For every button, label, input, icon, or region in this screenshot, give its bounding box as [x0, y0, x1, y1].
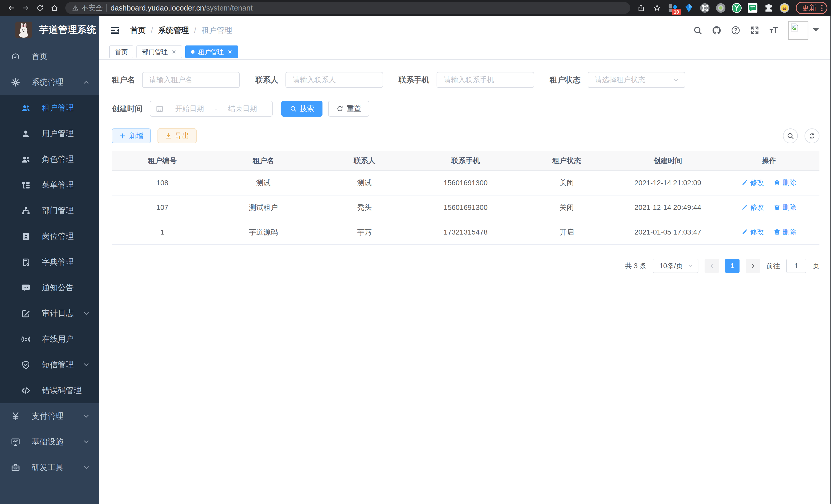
extension-puzzle[interactable]	[762, 1, 775, 14]
browser-chrome: 不安全 dashboard.yudao.iocoder.cn/system/te…	[0, 0, 831, 16]
search-icon[interactable]	[693, 25, 703, 35]
sidebar-toggle-hamburger-icon[interactable]	[109, 25, 120, 35]
app-logo-row[interactable]: 芋道管理系统	[0, 16, 99, 44]
phone-input[interactable]	[436, 72, 534, 88]
avatar[interactable]	[788, 21, 808, 40]
extension-chat[interactable]	[746, 1, 759, 14]
sidebar-item-department-management[interactable]: 部门管理	[0, 198, 99, 224]
sidebar-item-error-code-management[interactable]: 错误码管理	[0, 378, 99, 403]
sidebar-item-payment-management[interactable]: 支付管理	[0, 403, 99, 429]
user-avatar-menu[interactable]	[788, 21, 819, 40]
column-header-phone: 联系手机	[415, 151, 516, 171]
create-time-label: 创建时间	[112, 103, 143, 114]
add-button[interactable]: 新增	[112, 128, 151, 143]
chevron-down-icon	[83, 464, 90, 471]
sidebar-item-user-management[interactable]: 用户管理	[0, 121, 99, 146]
extension-emoji[interactable]	[778, 1, 791, 14]
delete-link[interactable]: 删除	[774, 178, 796, 187]
refresh-table-button[interactable]	[805, 128, 820, 143]
breadcrumb-system-management[interactable]: 系统管理	[158, 25, 189, 36]
extension-dot[interactable]	[714, 1, 727, 14]
contact-input[interactable]	[285, 72, 383, 88]
current-page-button[interactable]: 1	[725, 259, 740, 273]
pagination-total: 共 3 条	[625, 261, 647, 270]
prev-page-button[interactable]	[705, 259, 719, 273]
breadcrumb: 首页 / 系统管理 / 租户管理	[130, 25, 232, 36]
sidebar-item-role-management[interactable]: 角色管理	[0, 146, 99, 172]
export-button[interactable]: 导出	[157, 128, 197, 143]
extension-adblock[interactable]: 10	[666, 1, 680, 14]
reset-button[interactable]: 重置	[328, 101, 369, 117]
sidebar-item-dictionary-management[interactable]: 字典管理	[0, 249, 99, 275]
column-header-created: 创建时间	[617, 151, 718, 171]
sidebar-item-label: 菜单管理	[42, 180, 74, 190]
browser-update-button[interactable]: 更新	[796, 2, 827, 14]
share-button[interactable]	[634, 1, 648, 14]
sidebar-item-online-users[interactable]: 在线用户	[0, 326, 99, 352]
sidebar-item-tenant-management[interactable]: 租户管理	[0, 95, 99, 121]
sidebar-item-post-management[interactable]: 岗位管理	[0, 224, 99, 249]
help-icon[interactable]	[731, 25, 741, 35]
filter-row-1: 租户名 联系人 联系手机 租户状态 请选择租户状态	[112, 72, 820, 88]
browser-back-button[interactable]	[5, 1, 18, 14]
delete-link[interactable]: 删除	[774, 227, 796, 237]
filter-tenant-name: 租户名	[112, 72, 240, 88]
kite-ext-icon	[684, 3, 694, 13]
delete-link[interactable]: 删除	[774, 203, 796, 212]
filter-create-time: 创建时间 开始日期 - 结束日期	[112, 101, 273, 117]
close-icon[interactable]	[227, 49, 233, 55]
sidebar-item-sms-management[interactable]: 短信管理	[0, 352, 99, 378]
sidebar-item-menu-management[interactable]: 菜单管理	[0, 172, 99, 198]
sidebar-item-infrastructure[interactable]: 基础设施	[0, 429, 99, 455]
github-icon[interactable]	[712, 25, 721, 35]
status-label: 租户状态	[550, 75, 580, 85]
site-security-indicator[interactable]: 不安全	[72, 3, 103, 13]
close-icon[interactable]	[171, 49, 176, 55]
status-select[interactable]: 请选择租户状态	[588, 72, 685, 88]
status-select-placeholder: 请选择租户状态	[595, 75, 645, 85]
sidebar-item-devtools[interactable]: 研发工具	[0, 455, 99, 480]
dashboard-icon	[11, 52, 20, 61]
extension-y[interactable]	[730, 1, 743, 14]
pagination: 共 3 条 10条/页 1 前往 页	[112, 259, 820, 273]
edit-link[interactable]: 修改	[741, 178, 764, 187]
browser-reload-button[interactable]	[33, 1, 47, 14]
next-page-button[interactable]	[746, 259, 760, 273]
tenant-name-label: 租户名	[112, 75, 135, 85]
tab-department-management[interactable]: 部门管理	[137, 46, 182, 58]
fullscreen-icon[interactable]	[750, 25, 760, 35]
security-label: 不安全	[81, 3, 103, 13]
sidebar-item-system-management[interactable]: 系统管理	[0, 69, 99, 95]
edit-link[interactable]: 修改	[741, 203, 764, 212]
column-header-tenant-name: 租户名	[213, 151, 314, 171]
extension-kite[interactable]	[682, 1, 695, 14]
page-size-select[interactable]: 10条/页	[653, 259, 698, 273]
sidebar-item-announcement[interactable]: 通知公告	[0, 275, 99, 301]
search-button[interactable]: 搜索	[281, 101, 322, 117]
extension-command[interactable]	[698, 1, 712, 14]
breadcrumb-home[interactable]: 首页	[130, 25, 146, 36]
tab-label: 租户管理	[198, 48, 224, 56]
font-size-icon[interactable]	[769, 25, 779, 35]
tenant-name-input[interactable]	[142, 72, 240, 88]
browser-home-button[interactable]	[48, 1, 61, 14]
address-bar[interactable]: 不安全 dashboard.yudao.iocoder.cn/system/te…	[65, 2, 630, 14]
start-date-placeholder: 开始日期	[165, 104, 214, 114]
contact-label: 联系人	[255, 75, 278, 85]
create-time-range-picker[interactable]: 开始日期 - 结束日期	[150, 101, 273, 117]
bookmark-button[interactable]	[650, 1, 664, 14]
edit-link[interactable]: 修改	[741, 227, 764, 237]
sidebar-item-home[interactable]: 首页	[0, 44, 99, 69]
sidebar-item-label: 岗位管理	[42, 231, 74, 242]
browser-menu-kebab-icon[interactable]	[820, 5, 824, 11]
tab-tenant-management[interactable]: 租户管理	[185, 46, 238, 58]
toggle-search-button[interactable]	[783, 128, 798, 143]
trash-icon	[774, 179, 780, 186]
sidebar-item-audit-log[interactable]: 审计日志	[0, 301, 99, 326]
trash-icon	[774, 204, 780, 211]
sms-shield-icon	[21, 360, 31, 369]
goto-page-input[interactable]	[786, 259, 806, 273]
tab-label: 部门管理	[142, 48, 168, 56]
tab-home[interactable]: 首页	[109, 46, 133, 58]
browser-forward-button[interactable]	[19, 1, 32, 14]
